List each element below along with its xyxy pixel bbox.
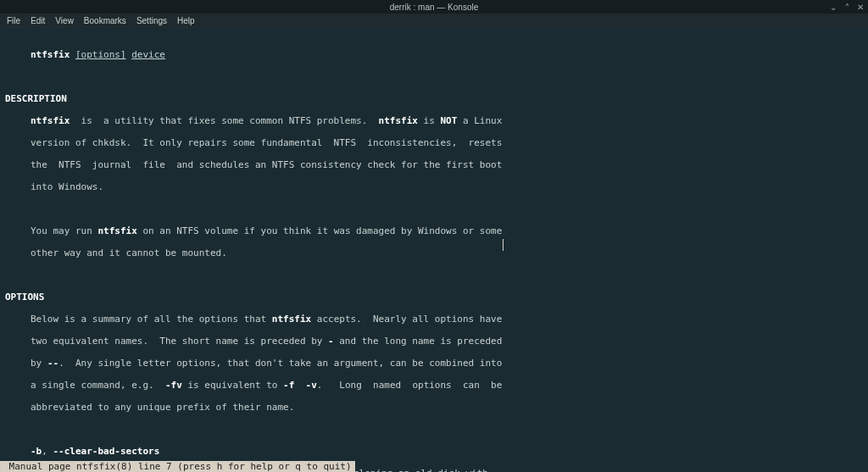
opt-b-long: --clear-bad-sectors [53, 446, 160, 457]
opt-b-flag: -b [31, 446, 42, 457]
minimize-icon[interactable]: ⌄ [829, 3, 837, 12]
menu-bookmarks[interactable]: Bookmarks [84, 16, 126, 25]
menu-file[interactable]: File [7, 16, 20, 25]
close-icon[interactable]: ✕ [856, 3, 865, 12]
text-cursor-icon [503, 239, 504, 251]
maximize-icon[interactable]: ˄ [843, 3, 851, 12]
menubar: File Edit View Bookmarks Settings Help [0, 14, 868, 27]
section-options: OPTIONS [0, 292, 868, 303]
menu-settings[interactable]: Settings [136, 16, 167, 25]
terminal-viewport[interactable]: ntfsfix [options] device DESCRIPTION ntf… [0, 27, 868, 472]
synopsis-cmd: ntfsfix [31, 49, 70, 60]
man-page-content: ntfsfix [options] device DESCRIPTION ntf… [0, 38, 868, 472]
menu-view[interactable]: View [55, 16, 74, 25]
synopsis-device: device [131, 49, 165, 60]
menu-edit[interactable]: Edit [31, 16, 45, 25]
window-title: derrik : man — Konsole [390, 3, 479, 12]
man-status-line: Manual page ntfsfix(8) line 7 (press h f… [0, 461, 355, 472]
menu-help[interactable]: Help [177, 16, 195, 25]
synopsis-options: [options] [75, 49, 126, 60]
window-controls: ⌄ ˄ ✕ [829, 3, 865, 12]
titlebar: derrik : man — Konsole ⌄ ˄ ✕ [0, 0, 868, 14]
section-description: DESCRIPTION [0, 93, 868, 104]
